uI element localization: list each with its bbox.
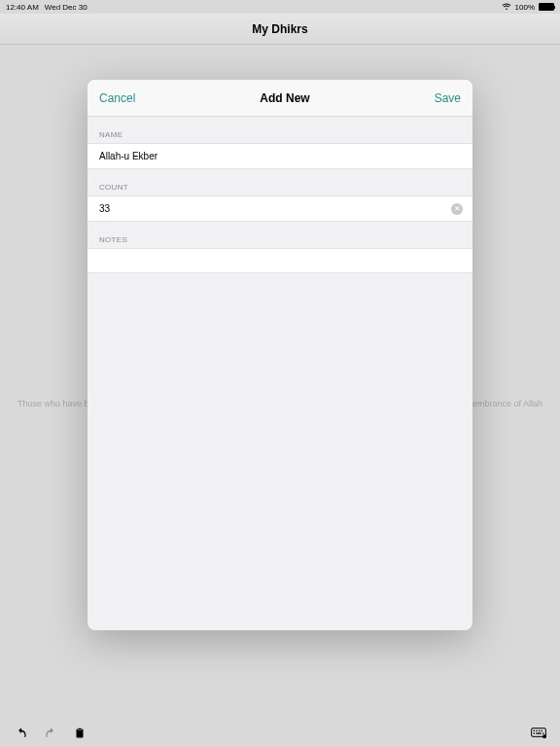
bottom-toolbar: [0, 720, 560, 747]
notes-field[interactable]: [88, 248, 472, 273]
redo-icon[interactable]: [43, 726, 58, 741]
status-time: 12:40 AM: [6, 3, 39, 12]
name-field[interactable]: [88, 143, 472, 169]
cancel-button[interactable]: Cancel: [99, 91, 135, 105]
add-new-modal: Cancel Add New Save NAME COUNT ✕ NOTES: [88, 80, 472, 630]
wifi-icon: [502, 3, 511, 11]
name-section-label: NAME: [88, 117, 472, 143]
svg-rect-3: [534, 730, 535, 731]
svg-rect-8: [536, 732, 541, 733]
battery-percent: 100%: [515, 3, 535, 12]
clear-count-icon[interactable]: ✕: [451, 203, 463, 215]
svg-rect-4: [536, 730, 537, 731]
count-input[interactable]: [99, 203, 461, 214]
svg-rect-6: [542, 730, 542, 731]
status-date: Wed Dec 30: [45, 3, 88, 12]
keyboard-icon[interactable]: [531, 726, 546, 741]
count-field[interactable]: ✕: [88, 196, 472, 222]
svg-rect-1: [78, 729, 82, 730]
svg-rect-9: [542, 732, 543, 733]
clipboard-icon[interactable]: [72, 726, 88, 741]
undo-icon[interactable]: [14, 726, 29, 741]
svg-rect-0: [77, 729, 84, 738]
save-button[interactable]: Save: [435, 91, 461, 105]
notes-input[interactable]: [99, 256, 461, 267]
page-title: My Dhikrs: [252, 22, 307, 36]
svg-rect-7: [534, 732, 535, 733]
svg-point-10: [542, 734, 546, 738]
status-bar: 12:40 AM Wed Dec 30 100%: [0, 0, 560, 14]
svg-rect-5: [539, 730, 540, 731]
notes-section-label: NOTES: [88, 222, 472, 248]
name-input[interactable]: [99, 151, 461, 161]
modal-title: Add New: [260, 91, 309, 105]
count-section-label: COUNT: [88, 169, 472, 196]
nav-bar: My Dhikrs: [0, 14, 560, 45]
battery-icon: [539, 3, 554, 11]
bg-text-right: embrance of Allah: [472, 399, 542, 409]
modal-header: Cancel Add New Save: [88, 80, 472, 117]
bg-text-left: Those who have b: [18, 399, 89, 409]
